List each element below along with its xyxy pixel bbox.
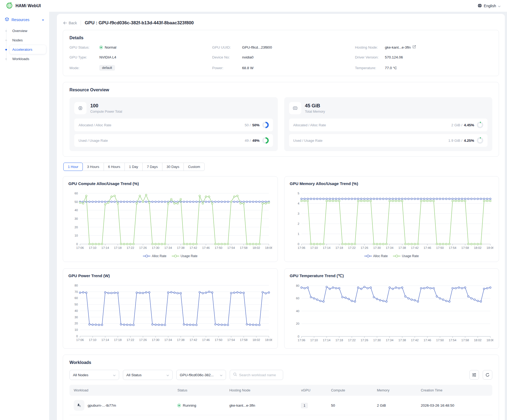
details-card: Details GPU Status: Normal GPU UUID: GPU… [63,30,499,76]
workload-avatar [74,400,84,411]
svg-text:17:42: 17:42 [411,246,418,249]
field-value: nvidia0 [242,55,254,59]
svg-text:18:06: 18:06 [265,246,272,249]
field-label: Device No: [212,55,242,59]
status-filter-select[interactable]: All Status [123,370,173,380]
row-percent: 49% [252,139,259,143]
svg-text:10: 10 [75,328,78,331]
svg-text:17:34: 17:34 [164,246,172,249]
svg-text:17:46: 17:46 [423,246,431,249]
search-icon [233,372,237,377]
field-power: Power: 68.8 W [212,65,349,70]
main-content: Back GPU : GPU-f9cd036c-382f-b13d-443f-8… [49,12,507,420]
search-input[interactable] [239,373,280,377]
tab-1-hour[interactable]: 1 Hour [63,163,83,171]
svg-text:17:14: 17:14 [102,246,109,249]
svg-text:80: 80 [75,284,78,287]
col-compute: Compute [327,385,373,396]
row-value: 49 [245,139,249,143]
tab-7-days[interactable]: 7 Days [142,163,162,171]
table-row[interactable]: gpuburn-...-lb77m Running gke-kant...e-3… [69,396,492,415]
svg-text:17:14: 17:14 [102,338,109,341]
column-settings-button[interactable] [469,370,479,380]
node-filter-select[interactable]: All Nodes [69,370,119,380]
svg-text:60: 60 [75,192,78,195]
svg-text:17:42: 17:42 [190,246,197,249]
svg-text:17:10: 17:10 [89,246,96,249]
row-compute: 50 [327,399,373,412]
line-chart: 02040608017:0617:1017:1417:1817:2217:261… [290,282,494,345]
chart-title: GPU Memory Alloc/Usage Trend (%) [290,181,494,186]
svg-text:17:22: 17:22 [127,246,134,249]
tab-1-day[interactable]: 1 Day [124,163,143,171]
gpu-filter-select[interactable]: GPU-f9cd036c-382... [176,370,226,380]
sidebar-item-overview[interactable]: Overview [10,26,46,35]
svg-text:20: 20 [75,226,78,229]
field-hosting-node: Hosting Node: gke-kant...e-3fln [355,45,492,49]
memory-allocated-row: Allocated / Alloc Rate 2 GiB / 4.45% [289,119,488,131]
sidebar-item-nodes[interactable]: Nodes [10,36,46,45]
chart-title: GPU Compute Alloc/Usage Trend (%) [68,181,272,186]
svg-text:20: 20 [75,322,78,325]
sidebar-item-accelerators[interactable]: Accelerators [10,45,46,54]
tab-30-days[interactable]: 30 Days [162,163,184,171]
field-value: NVIDIA L4 [99,55,116,59]
charts-grid: GPU Compute Alloc/Usage Trend (%) 010203… [63,176,499,349]
chevron-down-icon [220,373,223,377]
arrow-left-icon [63,21,67,25]
row-percent: 4.25% [464,139,474,143]
back-button[interactable]: Back [63,21,77,25]
sidebar-item-workloads[interactable]: Workloads [10,54,46,63]
svg-text:17:58: 17:58 [240,246,247,249]
tab-6-hours[interactable]: 6 Hours [104,163,125,171]
external-link-icon[interactable] [412,45,416,49]
compute-used-row: Used / Usage Rate 49 / 49% [74,134,273,147]
progress-donut [477,137,483,144]
svg-text:17:22: 17:22 [348,338,355,342]
workload-name[interactable]: gpuburn-...-lb77m [88,403,116,407]
field-gpu-status: GPU Status: Normal [69,45,207,49]
brand: HAMi WebUI [6,2,41,10]
row-label: Allocated / Alloc Rate [79,123,245,127]
row-value: 2 GiB [451,123,460,127]
hami-logo-icon [6,2,13,10]
chart-memory-trend: GPU Memory Alloc/Usage Trend (%) 0123451… [284,176,499,262]
time-range-tabs: 1 Hour 3 Hours 6 Hours 1 Day 7 Days 30 D… [63,163,499,171]
language-selector[interactable]: English [478,3,501,9]
main-panel: Back GPU : GPU-f9cd036c-382f-b13d-443f-8… [57,14,505,420]
sidebar-item-label: Nodes [12,38,23,42]
row-memory: 2 GiB [373,399,416,412]
svg-text:30: 30 [75,315,78,319]
compute-subtitle: Compute Power Total [90,110,122,113]
chart-plot-area: 01234517:0617:1017:1417:1817:2217:2617:3… [290,190,494,253]
language-label: English [484,4,496,8]
line-chart: 0102030405060708017:0617:1017:1417:1817:… [68,282,272,345]
col-vgpu: vGPU [297,385,327,396]
svg-text:3: 3 [298,212,299,215]
refresh-button[interactable] [483,370,492,380]
tab-custom[interactable]: Custom [184,163,205,171]
field-driver-version: Driver Version: 570.124.06 [355,55,492,59]
sidebar-group-resources[interactable]: Resources [3,15,46,24]
status-running-icon [177,404,181,407]
sidebar-items: Overview Nodes Accelerators Workloads [3,26,46,63]
tab-3-hours[interactable]: 3 Hours [83,163,104,171]
globe-icon [478,3,482,9]
svg-text:17:54: 17:54 [227,338,235,341]
legend-item-alloc-rate[interactable]: Alloc Rate [143,254,166,258]
legend-item-usage-rate[interactable]: Usage Rate [393,254,419,258]
svg-text:17:38: 17:38 [177,246,184,249]
field-value: gke-kant...e-3fln [385,45,411,49]
svg-text:17:26: 17:26 [139,246,147,249]
page-header: Back GPU : GPU-f9cd036c-382f-b13d-443f-8… [63,19,499,30]
field-temperature: Temperature: 77.0 °C [355,65,492,70]
table-footer: 1 items 10 / page ‹ 1 › [69,415,492,420]
legend-item-alloc-rate[interactable]: Alloc Rate [364,254,388,258]
chart-legend: Alloc RateUsage Rate [290,254,494,258]
resource-overview-card: Resource Overview 100 Compute Power Tota… [63,82,499,157]
legend-item-usage-rate[interactable]: Usage Rate [172,254,197,258]
memory-subtitle: Total Memory [305,110,325,113]
back-label: Back [69,21,77,25]
svg-text:30: 30 [75,217,78,220]
chart-title: GPU Power Trend (W) [68,273,272,278]
